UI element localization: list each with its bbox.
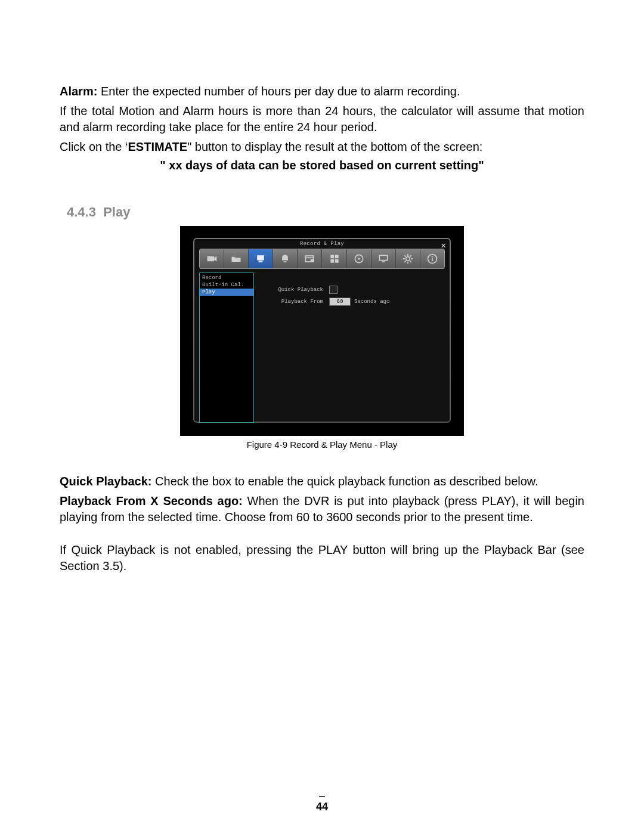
- sidebar-item-builtin-cal[interactable]: Built-in Cal.: [200, 281, 253, 289]
- svg-line-24: [410, 255, 411, 257]
- svg-rect-2: [257, 255, 264, 260]
- window-title: Record & Play: [194, 239, 450, 247]
- svg-rect-14: [379, 255, 387, 260]
- svg-line-21: [404, 255, 406, 257]
- toolbar-record-play-icon[interactable]: [249, 249, 273, 268]
- toolbar-camera-icon[interactable]: [200, 249, 224, 268]
- section-heading: 4.4.3 Play: [67, 205, 584, 220]
- window-frame: Record & Play ✕: [193, 238, 451, 423]
- from-label: Playback From X Seconds ago:: [60, 494, 243, 507]
- quick-label: Quick Playback:: [60, 475, 152, 488]
- sidebar: Record Built-in Cal. Play: [199, 272, 254, 423]
- para-notenabled: If Quick Playback is not enabled, pressi…: [60, 542, 584, 574]
- toolbar-info-icon[interactable]: [420, 249, 444, 268]
- toolbar-alarm-icon[interactable]: [273, 249, 298, 268]
- quick-playback-checkbox[interactable]: [329, 286, 338, 294]
- para-click: Click on the ‘ESTIMATE" button to displa…: [60, 139, 584, 155]
- toolbar-calendar-icon[interactable]: [298, 249, 322, 268]
- para-alarm: Alarm: Enter the expected number of hour…: [60, 83, 584, 100]
- svg-rect-27: [432, 256, 433, 257]
- svg-rect-11: [335, 259, 338, 263]
- svg-rect-8: [330, 255, 334, 258]
- svg-marker-1: [214, 256, 216, 261]
- para-from: Playback From X Seconds ago: When the DV…: [60, 493, 584, 525]
- svg-rect-3: [259, 261, 263, 262]
- para-total: If the total Motion and Alarm hours is m…: [60, 103, 584, 135]
- page-number-value: 44: [316, 801, 328, 813]
- click-pre: Click on the ‘: [60, 140, 128, 153]
- svg-line-22: [410, 261, 411, 262]
- playback-from-suffix: Seconds ago: [354, 299, 389, 305]
- estimate-word: ESTIMATE: [128, 140, 188, 153]
- figure-caption: Figure 4-9 Record & Play Menu - Play: [180, 439, 464, 450]
- toolbar-folder-icon[interactable]: [224, 249, 249, 268]
- para-quick: Quick Playback: Check the box to enable …: [60, 473, 584, 490]
- quick-text: Check the box to enable the quick playba…: [152, 475, 538, 488]
- screenshot: Record & Play ✕: [180, 226, 464, 436]
- playback-from-input[interactable]: 60: [329, 298, 351, 306]
- result-line: " xx days of data can be stored based on…: [60, 159, 584, 172]
- svg-rect-26: [432, 258, 433, 261]
- svg-rect-15: [382, 261, 385, 262]
- toolbar-disk-icon[interactable]: [347, 249, 371, 268]
- svg-rect-9: [335, 255, 338, 258]
- svg-point-16: [405, 257, 410, 261]
- section-number: 4.4.3: [67, 205, 96, 219]
- quick-playback-label: Quick Playback: [266, 287, 326, 293]
- sidebar-item-play[interactable]: Play: [200, 289, 253, 296]
- page-number: — 44: [60, 793, 584, 813]
- close-icon[interactable]: ✕: [441, 240, 446, 250]
- alarm-label: Alarm:: [60, 85, 97, 98]
- svg-rect-4: [284, 261, 287, 262]
- toolbar-layout-icon[interactable]: [322, 249, 346, 268]
- toolbar: [199, 249, 445, 269]
- playback-from-label: Playback From: [266, 299, 326, 305]
- alarm-text: Enter the expected number of hours per d…: [97, 85, 460, 98]
- section-title: Play: [103, 205, 130, 219]
- click-post: " button to display the result at the bo…: [187, 140, 482, 153]
- window-inner: Record & Play ✕: [194, 239, 450, 422]
- sidebar-item-record[interactable]: Record: [200, 274, 253, 281]
- svg-rect-0: [208, 256, 215, 261]
- svg-point-13: [358, 258, 360, 259]
- svg-point-7: [311, 259, 314, 262]
- svg-rect-10: [330, 259, 334, 263]
- toolbar-network-icon[interactable]: [371, 249, 396, 268]
- svg-line-23: [404, 261, 406, 262]
- settings-panel: Quick Playback Playback From 60 Seconds …: [254, 272, 445, 423]
- toolbar-settings-icon[interactable]: [396, 249, 420, 268]
